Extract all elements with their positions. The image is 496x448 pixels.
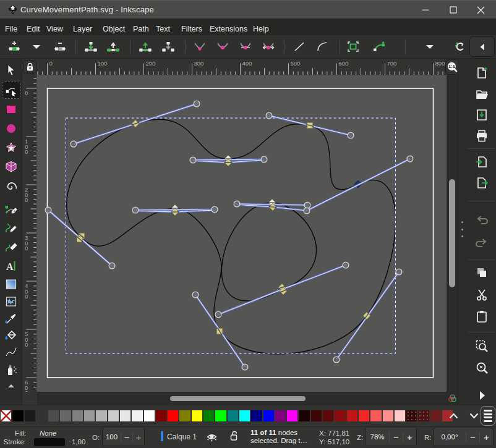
palette-swatch[interactable]	[72, 410, 83, 421]
rotation-spinner[interactable]: 0,00° − +	[433, 428, 494, 446]
palette-swatch[interactable]	[251, 410, 262, 421]
delete-node-button[interactable]	[51, 38, 69, 56]
palette-swatch[interactable]	[383, 410, 393, 421]
opacity-value[interactable]: 100	[103, 433, 121, 441]
tool-spray[interactable]	[2, 362, 20, 378]
document-save-button[interactable]	[472, 106, 492, 124]
tool-rectangle[interactable]	[2, 101, 20, 117]
delete-segment-button[interactable]	[159, 38, 177, 56]
node-handle[interactable]	[261, 156, 267, 163]
zoom-decrease-button[interactable]: −	[389, 432, 403, 442]
redo-button[interactable]	[472, 235, 492, 252]
palette-swatch[interactable]	[406, 410, 417, 421]
segment-line-button[interactable]	[290, 38, 309, 56]
tool-tweak[interactable]	[2, 345, 20, 361]
menu-layer[interactable]: Layer	[73, 22, 92, 36]
palette-swatch[interactable]	[359, 410, 369, 421]
menu-file[interactable]: File	[5, 22, 17, 36]
node-corner-button[interactable]	[190, 38, 209, 56]
palette-swatch[interactable]	[287, 410, 297, 421]
tool-more-tools[interactable]	[2, 378, 20, 394]
node-handle[interactable]	[109, 263, 115, 269]
palette-swatch[interactable]	[228, 410, 238, 421]
menu-extensions[interactable]: Extensions	[210, 22, 247, 36]
lock-guides-toggle[interactable]	[23, 60, 36, 74]
stroke-color-swatch[interactable]	[34, 438, 65, 446]
drawing-canvas[interactable]	[37, 75, 447, 392]
palette-swatch[interactable]	[299, 410, 309, 421]
palette-swatch[interactable]	[96, 410, 106, 421]
document-new-button[interactable]	[472, 64, 492, 82]
rotation-value[interactable]: 0,00°	[434, 433, 466, 441]
node-handle[interactable]	[242, 364, 248, 370]
palette-swatch[interactable]	[347, 410, 357, 421]
layer-lock-toggle[interactable]	[229, 431, 239, 442]
palette-swatch[interactable]	[203, 410, 214, 421]
tool-mesh-gradient[interactable]	[2, 294, 20, 310]
collapse-tool-options-button[interactable]	[469, 36, 495, 57]
zoom-increase-button[interactable]: +	[403, 432, 416, 442]
layer-visibility-toggle[interactable]	[206, 432, 218, 444]
opacity-spinner[interactable]: 100 − +	[102, 428, 145, 446]
node-handle[interactable]	[45, 207, 51, 213]
palette-swatch[interactable]	[132, 410, 142, 421]
cut-button[interactable]	[472, 286, 492, 303]
palette-swatch[interactable]	[36, 410, 47, 421]
vertical-scrollbar-thumb[interactable]	[449, 179, 455, 287]
menu-object[interactable]: Object	[103, 22, 125, 36]
palette-swatch[interactable]	[275, 410, 286, 421]
palette-swatch[interactable]	[144, 410, 155, 421]
title-bar[interactable]: CurveMovementPath.svg - Inkscape	[0, 0, 496, 19]
palette-swatch[interactable]	[335, 410, 345, 421]
node-handle[interactable]	[304, 202, 310, 208]
node-handle[interactable]	[407, 156, 413, 162]
color-managed-mode-toggle[interactable]	[447, 392, 458, 405]
menu-help[interactable]: Help	[253, 22, 269, 36]
join-nodes-with-segment-button[interactable]	[104, 38, 122, 56]
undo-button[interactable]	[472, 212, 492, 229]
menu-filters[interactable]: Filters	[181, 22, 202, 36]
tool-ellipse[interactable]	[2, 120, 20, 137]
zoom-spinner[interactable]: 78% − +	[365, 428, 417, 446]
palette-swatch[interactable]	[12, 410, 23, 421]
break-nodes-button[interactable]	[136, 38, 155, 56]
palette-swatch[interactable]	[179, 410, 190, 421]
palette-swatch[interactable]	[430, 410, 441, 421]
node-handle[interactable]	[343, 262, 349, 268]
palette-swatch[interactable]	[215, 410, 226, 421]
horizontal-scrollbar-thumb[interactable]	[170, 396, 306, 401]
tool-spiral[interactable]	[2, 179, 20, 195]
menu-path[interactable]: Path	[133, 22, 149, 36]
zoom-1-1-button[interactable]: 1:1	[445, 59, 459, 75]
horizontal-ruler[interactable]: 0100200300400500600700800	[37, 59, 447, 75]
palette-swatch[interactable]	[60, 410, 71, 421]
node-handle[interactable]	[190, 157, 196, 163]
palette-swatch-none[interactable]	[1, 410, 11, 421]
palette-swatch[interactable]	[156, 410, 166, 421]
document-print-button[interactable]	[472, 127, 492, 145]
fill-value[interactable]: None	[40, 429, 57, 437]
palette-scroll-down-button[interactable]	[466, 408, 482, 424]
tool-paint-bucket[interactable]	[2, 328, 20, 344]
tool-gradient[interactable]	[2, 276, 20, 292]
document-open-button[interactable]	[472, 85, 492, 103]
insert-node-options-dropdown-button[interactable]	[28, 38, 46, 56]
import-button[interactable]	[472, 153, 492, 171]
current-layer-name[interactable]: Calque 1	[167, 433, 197, 441]
tool-selector[interactable]	[2, 62, 20, 78]
zoom-value[interactable]: 78%	[366, 433, 389, 441]
paste-button[interactable]	[472, 308, 492, 325]
segment-curve-button[interactable]	[313, 38, 331, 56]
expand-more-button[interactable]	[472, 387, 492, 404]
close-button[interactable]	[467, 1, 495, 19]
palette-swatch[interactable]	[418, 410, 429, 421]
palette-menu-button[interactable]	[481, 406, 495, 426]
rotation-decrease-button[interactable]: −	[466, 432, 479, 442]
node-auto-button[interactable]	[259, 38, 278, 56]
node-handle[interactable]	[348, 132, 354, 138]
show-transform-handles-button[interactable]	[450, 38, 469, 56]
node-symmetric-button[interactable]	[236, 38, 255, 56]
node-handle[interactable]	[132, 207, 139, 213]
node-smooth-button[interactable]	[213, 38, 232, 56]
tool-pen-bezier[interactable]	[2, 202, 20, 218]
